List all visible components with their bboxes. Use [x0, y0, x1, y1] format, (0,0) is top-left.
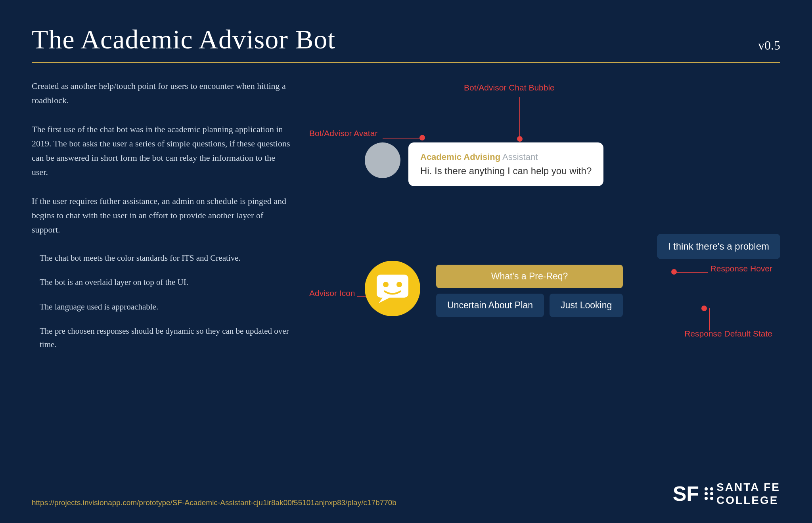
annotation-dot-response-default [701, 306, 707, 311]
sf-college-logo: SF [673, 481, 780, 507]
footer-section: https://projects.invisionapp.com/prototy… [32, 481, 780, 507]
annotation-response-default: Response Default State [684, 329, 772, 338]
annotation-avatar: Bot/Advisor Avatar [309, 129, 377, 138]
sf-letters: SF [673, 483, 699, 504]
annotation-line-bot-bubble [519, 97, 520, 137]
chat-demo-area: Bot/Advisor Chat Bubble Bot/Advisor Avat… [309, 79, 780, 363]
sf-logo-divider-area: SANTA FE COLLEGE [703, 481, 780, 507]
bot-face-icon [375, 271, 410, 306]
college-name-line2: COLLEGE [716, 494, 780, 507]
annotation-line-avatar [383, 138, 420, 138]
description-paragraph3: If the user requires futher assistance, … [32, 194, 293, 237]
sf-logo-letters-block: SF [673, 483, 699, 504]
advisor-icon-container [365, 261, 420, 316]
annotation-dot-response-hover [671, 269, 677, 275]
chat-bubble: Academic Advising Assistant Hi. Is there… [408, 142, 603, 186]
user-message-container: I think there's a problem [657, 234, 780, 259]
annotation-bot-bubble: Bot/Advisor Chat Bubble [464, 83, 555, 92]
response-button-just-looking[interactable]: Just Looking [550, 294, 623, 317]
page-title: The Academic Advisor Bot [32, 24, 335, 55]
annotation-line-response-default [709, 308, 710, 331]
page-wrapper: The Academic Advisor Bot v0.5 Created as… [0, 0, 812, 523]
feature-item-4: The pre choosen responses should be dyna… [32, 325, 293, 351]
svg-point-3 [396, 282, 402, 287]
annotation-dot-avatar [419, 135, 425, 140]
annotation-response-hover: Response Hover [710, 264, 772, 273]
response-button-prereq[interactable]: What's a Pre-Req? [436, 265, 623, 288]
chat-bubble-title: Academic Advising Assistant [420, 152, 592, 162]
right-column: Bot/Advisor Chat Bubble Bot/Advisor Avat… [309, 79, 780, 363]
description-paragraph2: The first use of the chat bot was in the… [32, 122, 293, 180]
left-column: Created as another help/touch point for … [32, 79, 309, 363]
svg-marker-1 [379, 298, 390, 303]
advisor-icon-circle [365, 261, 420, 316]
header-section: The Academic Advisor Bot v0.5 [32, 24, 780, 63]
chat-bubble-message: Hi. Is there anything I can help you wit… [420, 165, 592, 177]
user-message-bubble: I think there's a problem [657, 234, 780, 259]
feature-item-3: The language used is approachable. [32, 300, 293, 314]
features-section: The chat bot meets the color standards f… [32, 252, 293, 352]
annotation-line-response-hover [676, 272, 708, 273]
annotation-dot-bot-bubble [517, 136, 523, 142]
svg-point-2 [383, 282, 389, 287]
response-button-row: Uncertain About Plan Just Looking [436, 294, 623, 317]
feature-item-1: The chat bot meets the color standards f… [32, 252, 293, 265]
chat-bot-container: Academic Advising Assistant Hi. Is there… [365, 142, 603, 186]
version-label: v0.5 [758, 38, 780, 53]
content-area: Created as another help/touch point for … [32, 79, 780, 363]
footer-link[interactable]: https://projects.invisionapp.com/prototy… [32, 498, 396, 507]
annotation-advisor-icon: Advisor Icon [309, 288, 355, 298]
description-paragraph1: Created as another help/touch point for … [32, 79, 293, 108]
bot-avatar [365, 142, 400, 178]
response-button-uncertain[interactable]: Uncertain About Plan [436, 294, 544, 317]
college-name-line1: SANTA FE [716, 481, 780, 494]
response-buttons-container: What's a Pre-Req? Uncertain About Plan J… [436, 265, 623, 317]
feature-item-2: The bot is an overlaid layer on top of t… [32, 276, 293, 289]
